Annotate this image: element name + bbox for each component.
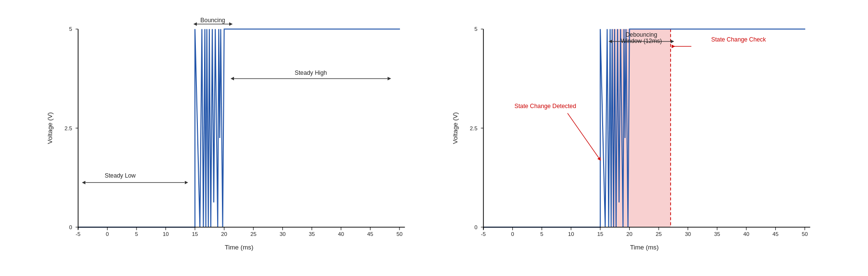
chart2-xlabel-35: 35 [714,231,720,237]
chart1-signal [78,29,400,227]
chart2-xlabel-45: 45 [772,231,779,237]
chart2-xlabel--5: -5 [481,231,485,237]
chart1-ylabel-0: 0 [69,224,72,230]
chart1-xlabel-15: 15 [192,231,198,237]
chart2-xlabel-40: 40 [743,231,749,237]
chart2-state-change-check-label: State Change Check [711,36,766,43]
chart2-debounce-label-line1: Debouncing [625,31,657,38]
chart2-xlabel-5: 5 [540,231,543,237]
chart2-xlabel-10: 10 [568,231,574,237]
chart1-x-axis-label: Time (ms) [224,244,253,251]
chart2-state-change-detected-label: State Change Detected [514,103,576,110]
chart1-xlabel-35: 35 [308,231,315,237]
chart1-xlabel-10: 10 [163,231,169,237]
chart2-xlabel-20: 20 [626,231,633,237]
chart1-ylabel-5: 5 [69,26,72,32]
chart2-xlabel-15: 15 [597,231,603,237]
chart1-ylabel-25: 2.5 [64,125,72,131]
chart2-xlabel-30: 30 [685,231,691,237]
chart1-xlabel-50: 50 [396,231,402,237]
chart1-xlabel-0: 0 [106,231,109,237]
chart1-steady-low-label: Steady Low [104,172,135,179]
chart1-xlabel-25: 25 [250,231,256,237]
chart1-bouncing-label: Bouncing [200,17,225,24]
chart2-xlabel-0: 0 [511,231,514,237]
chart2-xlabel-50: 50 [801,231,808,237]
chart1-wrapper: 0 2.5 5 -5 0 5 10 15 20 25 30 [43,13,420,263]
chart1-xlabel-45: 45 [367,231,373,237]
chart2-state-change-detected-arrow [567,113,599,158]
chart2-wrapper: 0 2.5 5 -5 0 5 10 15 20 25 30 35 [449,13,825,263]
chart1-xlabel-30: 30 [279,231,286,237]
chart2-y-axis-label: Voltage (V) [452,112,459,144]
chart1-y-axis-label: Voltage (V) [46,112,54,144]
chart2-debounce-label-line2: Window (12ms) [620,38,661,44]
chart1-xlabel--5: -5 [75,231,80,237]
chart1-steady-high-label: Steady High [294,69,327,76]
chart2-ylabel-25: 2.5 [469,125,477,131]
chart2-xlabel-25: 25 [655,231,661,237]
chart1-xlabel-5: 5 [135,231,138,237]
chart1-xlabel-40: 40 [338,231,344,237]
chart2-ylabel-5: 5 [474,26,477,32]
chart2-ylabel-0: 0 [474,224,477,230]
charts-container: 0 2.5 5 -5 0 5 10 15 20 25 30 [0,0,868,276]
chart1-xlabel-20: 20 [221,231,227,237]
chart2-x-axis-label: Time (ms) [630,244,658,251]
